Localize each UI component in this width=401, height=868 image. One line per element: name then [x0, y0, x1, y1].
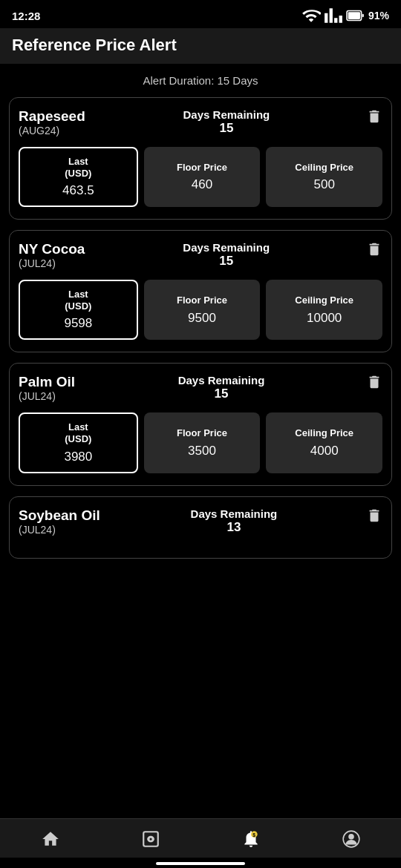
profile-icon: [342, 829, 361, 849]
wifi-icon: [301, 6, 321, 25]
days-value-ny-cocoa: 15: [219, 254, 233, 269]
card-title-section-palm-oil: Palm Oil (JUL24): [19, 374, 75, 402]
days-value-palm-oil: 15: [215, 387, 229, 401]
ceiling-value-rapeseed: 500: [313, 177, 334, 192]
card-title-section-soybean-oil: Soybean Oil (JUL24): [19, 507, 100, 536]
status-bar: 12:28 91%: [0, 0, 401, 28]
card-title-section-rapeseed: Rapeseed (AUG24): [19, 108, 85, 137]
card-days-section-soybean-oil: Days Remaining 13: [108, 507, 360, 535]
card-subtitle-ny-cocoa: (JUL24): [19, 257, 85, 269]
card-subtitle-rapeseed: (AUG24): [19, 125, 85, 137]
delete-button-soybean-oil[interactable]: [360, 507, 382, 526]
svg-text:$: $: [252, 832, 255, 838]
days-label-rapeseed: Days Remaining: [183, 108, 270, 121]
delete-button-ny-cocoa[interactable]: [360, 241, 382, 260]
ceiling-value-palm-oil: 4000: [310, 444, 339, 458]
battery-icon: [346, 6, 365, 25]
home-icon: [41, 829, 60, 849]
page-title: Reference Price Alert: [12, 36, 389, 55]
ceiling-price-box-rapeseed: Ceiling Price 500: [266, 147, 382, 207]
floor-price-box-palm-oil: Floor Price 3500: [144, 412, 261, 473]
floor-label-rapeseed: Floor Price: [177, 162, 227, 174]
days-label-soybean-oil: Days Remaining: [191, 507, 278, 520]
trash-icon: [366, 108, 382, 125]
floor-value-rapeseed: 460: [192, 177, 212, 192]
card-days-section-palm-oil: Days Remaining 15: [82, 374, 360, 401]
last-value-rapeseed: 463.5: [62, 183, 94, 198]
card-header-soybean-oil: Soybean Oil (JUL24) Days Remaining 13: [19, 507, 382, 536]
nav-profile[interactable]: [330, 826, 373, 852]
card-subtitle-soybean-oil: (JUL24): [19, 524, 100, 536]
card-header-palm-oil: Palm Oil (JUL24) Days Remaining 15: [19, 374, 382, 402]
floor-value-ny-cocoa: 9500: [188, 311, 216, 326]
alert-duration-label: Alert Duration: 15 Days: [143, 74, 258, 87]
ceiling-label-rapeseed: Ceiling Price: [295, 162, 353, 174]
status-right: 91%: [301, 6, 389, 25]
last-price-box-palm-oil: Last(USD) 3980: [19, 412, 138, 473]
days-value-rapeseed: 15: [219, 121, 233, 136]
status-time: 12:28: [12, 10, 40, 22]
eye-box-icon: [141, 829, 160, 849]
nav-watchlist[interactable]: [129, 826, 172, 852]
card-header-ny-cocoa: NY Cocoa (JUL24) Days Remaining 15: [19, 241, 382, 269]
card-title-palm-oil: Palm Oil: [19, 374, 75, 390]
ceiling-price-box-palm-oil: Ceiling Price 4000: [266, 412, 382, 473]
card-title-section-ny-cocoa: NY Cocoa (JUL24): [19, 241, 85, 269]
ceiling-value-ny-cocoa: 10000: [307, 311, 342, 326]
svg-point-8: [348, 834, 354, 840]
trash-icon: [366, 374, 382, 390]
card-title-rapeseed: Rapeseed: [19, 108, 85, 125]
ceiling-label-palm-oil: Ceiling Price: [295, 427, 353, 439]
delete-button-rapeseed[interactable]: [360, 108, 382, 127]
card-soybean-oil: Soybean Oil (JUL24) Days Remaining 13: [9, 496, 392, 559]
alert-bell-icon: $: [241, 829, 261, 849]
svg-rect-2: [348, 12, 360, 19]
delete-button-palm-oil[interactable]: [360, 374, 382, 392]
card-subtitle-palm-oil: (JUL24): [19, 390, 75, 402]
bottom-nav: $: [0, 818, 401, 858]
cards-container: Rapeseed (AUG24) Days Remaining 15 Last(…: [0, 93, 401, 818]
card-title-soybean-oil: Soybean Oil: [19, 507, 100, 524]
floor-price-box-ny-cocoa: Floor Price 9500: [144, 280, 261, 340]
card-palm-oil: Palm Oil (JUL24) Days Remaining 15 Last(…: [9, 363, 392, 485]
card-days-section-ny-cocoa: Days Remaining 15: [92, 241, 360, 269]
svg-rect-1: [362, 14, 364, 17]
svg-point-4: [149, 838, 151, 840]
last-label-ny-cocoa: Last(USD): [65, 289, 91, 312]
signal-icon: [324, 6, 343, 25]
home-indicator: [0, 858, 401, 868]
days-label-ny-cocoa: Days Remaining: [183, 241, 270, 254]
last-label-palm-oil: Last(USD): [65, 421, 91, 444]
trash-icon: [366, 241, 382, 257]
card-header-rapeseed: Rapeseed (AUG24) Days Remaining 15: [19, 108, 382, 137]
nav-home[interactable]: [29, 826, 72, 852]
card-prices-rapeseed: Last(USD) 463.5 Floor Price 460 Ceiling …: [19, 147, 382, 207]
days-value-soybean-oil: 13: [226, 520, 241, 535]
battery-percent: 91%: [368, 10, 389, 22]
last-value-palm-oil: 3980: [64, 450, 92, 464]
last-price-box-rapeseed: Last(USD) 463.5: [19, 147, 138, 207]
ceiling-price-box-ny-cocoa: Ceiling Price 10000: [266, 280, 382, 340]
ceiling-label-ny-cocoa: Ceiling Price: [295, 295, 353, 306]
nav-alerts[interactable]: $: [229, 826, 273, 852]
card-prices-ny-cocoa: Last(USD) 9598 Floor Price 9500 Ceiling …: [19, 280, 382, 340]
card-rapeseed: Rapeseed (AUG24) Days Remaining 15 Last(…: [9, 97, 392, 220]
trash-icon: [366, 507, 382, 524]
card-title-ny-cocoa: NY Cocoa: [19, 241, 85, 257]
days-label-palm-oil: Days Remaining: [178, 374, 265, 387]
floor-label-palm-oil: Floor Price: [177, 427, 227, 439]
last-value-ny-cocoa: 9598: [64, 316, 92, 331]
floor-value-palm-oil: 3500: [188, 444, 216, 458]
home-bar: [156, 862, 245, 865]
floor-price-box-rapeseed: Floor Price 460: [144, 147, 261, 207]
card-days-section-rapeseed: Days Remaining 15: [93, 108, 360, 136]
app-header: Reference Price Alert: [0, 28, 401, 64]
alert-duration: Alert Duration: 15 Days: [0, 64, 401, 93]
card-prices-palm-oil: Last(USD) 3980 Floor Price 3500 Ceiling …: [19, 412, 382, 473]
floor-label-ny-cocoa: Floor Price: [177, 295, 227, 306]
last-price-box-ny-cocoa: Last(USD) 9598: [19, 280, 138, 340]
card-ny-cocoa: NY Cocoa (JUL24) Days Remaining 15 Last(…: [9, 230, 392, 352]
last-label-rapeseed: Last(USD): [65, 156, 91, 179]
